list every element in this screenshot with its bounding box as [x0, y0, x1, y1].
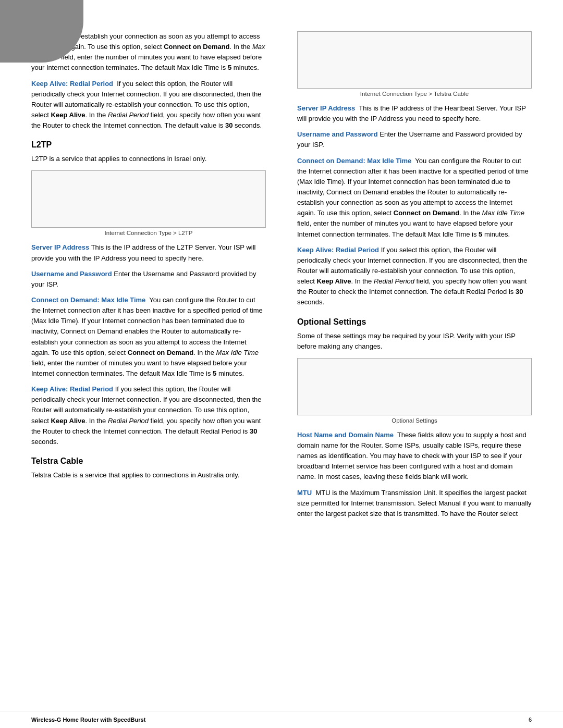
connect-demand-para-right: Connect on Demand: Max Idle Time You can… — [297, 156, 532, 240]
keep-alive-bold-1: Keep Alive — [51, 111, 85, 119]
redial-period-italic-right: Redial Period — [374, 277, 414, 285]
keep-alive-heading-1: Keep Alive: Redial Period — [31, 80, 113, 88]
keep-alive-block-right: Keep Alive: Redial Period If you select … — [297, 245, 532, 308]
keep-alive-heading-2: Keep Alive: Redial Period — [31, 385, 113, 393]
l2tp-heading: L2TP — [31, 140, 266, 150]
redial-period-italic-2: Redial Period — [108, 417, 149, 425]
l2tp-image-caption: Internet Connection Type > L2TP — [31, 230, 266, 236]
page-container: automatically re-establish your connecti… — [0, 0, 563, 728]
username-para-right: Username and Password Enter the Username… — [297, 129, 532, 150]
keep-alive-bold-right: Keep Alive — [317, 277, 351, 285]
telstra-heading: Telstra Cable — [31, 456, 266, 466]
keep-alive-bold-2: Keep Alive — [51, 417, 85, 425]
mtu-heading: MTU — [297, 489, 312, 497]
5-minutes-bold-2: 5 — [213, 369, 216, 377]
username-heading-left: Username and Password — [31, 270, 112, 278]
server-ip-para-right: Server IP Address This is the IP address… — [297, 103, 532, 124]
host-name-block: Host Name and Domain Name These fields a… — [297, 430, 532, 483]
username-block-left: Username and Password Enter the Username… — [31, 269, 266, 290]
max-idle-time-italic-2: Max Idle Time — [216, 349, 259, 356]
telstra-image-box — [297, 31, 532, 89]
keep-alive-para-right: Keep Alive: Redial Period If you select … — [297, 245, 532, 308]
connect-demand-block-right: Connect on Demand: Max Idle Time You can… — [297, 156, 532, 240]
connect-on-demand-bold-1: Connect on Demand — [164, 43, 229, 51]
connect-on-demand-bold-right: Connect on Demand — [394, 209, 459, 217]
l2tp-intro: L2TP is a service that applies to connec… — [31, 154, 266, 164]
left-column: automatically re-establish your connecti… — [31, 31, 271, 524]
username-para-left: Username and Password Enter the Username… — [31, 269, 266, 290]
keep-alive-para-1: Keep Alive: Redial Period If you select … — [31, 79, 266, 131]
l2tp-image-box — [31, 170, 266, 228]
keep-alive-block-2: Keep Alive: Redial Period If you select … — [31, 384, 266, 447]
content-area: automatically re-establish your connecti… — [0, 0, 563, 556]
telstra-image-caption: Internet Connection Type > Telstra Cable — [297, 91, 532, 97]
30-seconds-bold-1: 30 — [225, 121, 232, 129]
server-ip-block-left: Server IP Address This is the IP address… — [31, 242, 266, 263]
keep-alive-heading-right: Keep Alive: Redial Period — [297, 246, 379, 254]
footer-bar: Wireless-G Home Router with SpeedBurst 6 — [0, 711, 563, 728]
right-column: Internet Connection Type > Telstra Cable… — [292, 31, 532, 524]
optional-settings-image-box — [297, 358, 532, 415]
optional-settings-heading: Optional Settings — [297, 317, 532, 327]
mtu-block: MTU MTU is the Maximum Transmission Unit… — [297, 488, 532, 519]
telstra-intro: Telstra Cable is a service that applies … — [31, 470, 266, 480]
footer-right-text: 6 — [529, 717, 532, 723]
optional-settings-intro: Some of these settings may be required b… — [297, 331, 532, 352]
30-seconds-bold-2: 30 — [250, 427, 257, 435]
redial-period-italic-1: Redial Period — [108, 111, 149, 119]
keep-alive-para-2: Keep Alive: Redial Period If you select … — [31, 384, 266, 447]
footer-left-text: Wireless-G Home Router with SpeedBurst — [31, 717, 145, 723]
connect-demand-heading-right: Connect on Demand: Max Idle Time — [297, 157, 411, 165]
30-seconds-bold-right: 30 — [516, 288, 523, 295]
username-heading-right: Username and Password — [297, 130, 378, 138]
connect-on-demand-bold-2: Connect on Demand — [128, 349, 193, 356]
mtu-para: MTU MTU is the Maximum Transmission Unit… — [297, 488, 532, 519]
max-idle-time-italic-right: Max Idle Time — [482, 209, 525, 217]
server-ip-heading-right: Server IP Address — [297, 104, 355, 112]
5-minutes-bold-1: 5 — [228, 64, 231, 71]
host-name-heading: Host Name and Domain Name — [297, 431, 394, 439]
server-ip-para-left: Server IP Address This is the IP address… — [31, 242, 266, 263]
connect-demand-block-left: Connect on Demand: Max Idle Time You can… — [31, 295, 266, 379]
host-name-para: Host Name and Domain Name These fields a… — [297, 430, 532, 483]
server-ip-heading-left: Server IP Address — [31, 243, 89, 251]
optional-settings-image-caption: Optional Settings — [297, 417, 532, 424]
connect-demand-para-left: Connect on Demand: Max Idle Time You can… — [31, 295, 266, 379]
connect-demand-heading-left: Connect on Demand: Max Idle Time — [31, 296, 145, 304]
server-ip-block-right: Server IP Address This is the IP address… — [297, 103, 532, 124]
keep-alive-block-1: Keep Alive: Redial Period If you select … — [31, 79, 266, 131]
username-block-right: Username and Password Enter the Username… — [297, 129, 532, 150]
5-minutes-bold-right: 5 — [479, 230, 482, 238]
